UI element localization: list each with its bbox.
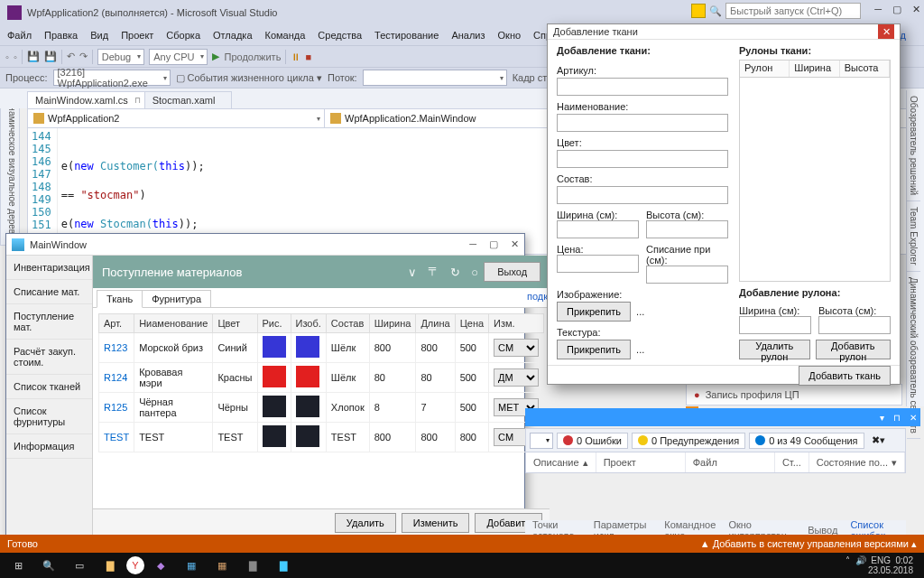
- pause-icon[interactable]: ⏸: [291, 51, 300, 62]
- app-close-icon[interactable]: ✕: [511, 238, 519, 250]
- start-icon[interactable]: ⊞: [4, 555, 32, 576]
- menu-analyze[interactable]: Анализ: [451, 30, 485, 41]
- input-price[interactable]: [557, 255, 639, 273]
- windows-taskbar[interactable]: ⊞ 🔍 ▭ ▇ Y ◆ ▦ ▦ ▇ ▇ ˄ 🔊 ENG 0:0223.05.20…: [0, 553, 924, 578]
- table-row[interactable]: R124Кровавая мэриКрасныШёлк8080500ДМ: [99, 363, 544, 393]
- input-color[interactable]: [557, 150, 728, 168]
- unit-select[interactable]: ДМ: [494, 368, 539, 387]
- delete-roll-button[interactable]: Удалить рулон: [739, 340, 810, 359]
- process-combo[interactable]: [3216] WpfApplication2.exe: [53, 70, 171, 86]
- input-roll-w[interactable]: [739, 316, 811, 334]
- materials-grid[interactable]: Арт. Ниаменование Цвет Рис. Изоб. Состав…: [93, 308, 550, 508]
- menu-window[interactable]: Окно: [498, 30, 522, 41]
- tray-clock[interactable]: ˄ 🔊 ENG 0:0223.05.2018: [845, 555, 920, 575]
- toolwindow-header[interactable]: ▾⊓✕: [525, 408, 920, 426]
- unit-select[interactable]: СМ: [494, 339, 539, 357]
- app-max-icon[interactable]: ▢: [489, 238, 498, 250]
- tb-app3-icon[interactable]: ▇: [238, 555, 267, 576]
- menu-edit[interactable]: Правка: [44, 30, 78, 41]
- tb-app2-icon[interactable]: ▦: [208, 555, 236, 576]
- nav-project[interactable]: WpfApplication2: [28, 109, 325, 127]
- exit-button[interactable]: Выход: [484, 262, 541, 282]
- col-pic[interactable]: Рис.: [257, 314, 291, 333]
- tab-mainwindow-cs[interactable]: MainWindow.xaml.cs⊓: [27, 91, 145, 108]
- col-l[interactable]: Длина: [416, 314, 455, 333]
- tb-app4-icon[interactable]: ▇: [269, 555, 298, 576]
- redo-icon[interactable]: ↷: [79, 51, 88, 62]
- add-roll-button[interactable]: Добавить рулон: [816, 340, 892, 359]
- dialog-titlebar[interactable]: Добавление ткани ✕: [548, 24, 900, 40]
- rollcol-roll[interactable]: Рулон: [740, 61, 790, 77]
- app-min-icon[interactable]: ─: [469, 238, 476, 250]
- table-row[interactable]: R125Чёрная пантераЧёрныХлопок87500МЕТ: [99, 393, 544, 423]
- side-fabrics[interactable]: Список тканей: [6, 375, 92, 399]
- rollcol-w[interactable]: Ширина: [790, 61, 839, 77]
- dock-solution[interactable]: Обозреватель решений: [907, 90, 920, 201]
- tb-browser-icon[interactable]: Y: [126, 556, 144, 574]
- table-row[interactable]: TESTTESTTESTTEST800800800СМ: [99, 423, 544, 452]
- filter-icon[interactable]: ✖▾: [872, 434, 885, 446]
- input-name[interactable]: [557, 114, 728, 132]
- side-inventory[interactable]: Инвентаризация: [6, 256, 92, 280]
- nav-fwd-icon[interactable]: ◦: [14, 51, 17, 62]
- undo-icon[interactable]: ↶: [67, 51, 75, 62]
- tb-search-icon[interactable]: 🔍: [34, 555, 63, 576]
- col-w[interactable]: Ширина: [369, 314, 416, 333]
- input-comp[interactable]: [557, 186, 728, 204]
- delete-button[interactable]: Удалить: [335, 513, 396, 533]
- input-art[interactable]: [557, 78, 728, 96]
- header-glyph-2-icon[interactable]: 〒: [428, 264, 439, 280]
- messages-pill[interactable]: 0 из 49 Сообщения: [749, 433, 864, 449]
- edit-button[interactable]: Изменить: [402, 513, 470, 533]
- menu-file[interactable]: Файл: [7, 30, 32, 41]
- side-incoming[interactable]: Поступление мат.: [6, 304, 92, 340]
- play-icon[interactable]: ▶: [212, 51, 219, 62]
- tab-furniture[interactable]: Фурнитура: [142, 290, 211, 307]
- col-price[interactable]: Цена: [455, 314, 488, 333]
- quicklaunch-input[interactable]: [725, 3, 861, 19]
- record-icon[interactable]: ●: [694, 389, 700, 400]
- side-calc[interactable]: Расчёт закуп. стоим.: [6, 340, 92, 375]
- notify-flag-icon[interactable]: [691, 4, 706, 18]
- add-fabric-button[interactable]: Добавить ткань: [799, 366, 891, 386]
- side-info[interactable]: Информация: [6, 434, 92, 459]
- tb-vs-icon[interactable]: ◆: [146, 555, 175, 576]
- errors-pill[interactable]: 0 Ошибки: [557, 433, 628, 449]
- menu-debug[interactable]: Отладка: [213, 30, 252, 41]
- side-writeoff[interactable]: Списание мат.: [6, 280, 92, 304]
- menu-tools[interactable]: Средства: [318, 30, 362, 41]
- side-furniture[interactable]: Список фурнитуры: [6, 399, 92, 434]
- thread-combo[interactable]: [363, 70, 507, 86]
- input-h[interactable]: [646, 220, 728, 238]
- col-color[interactable]: Цвет: [213, 314, 257, 333]
- tab-stocman-xaml[interactable]: Stocman.xaml: [144, 91, 233, 108]
- header-glyph-3-icon[interactable]: ↻: [450, 266, 460, 279]
- publish-icon[interactable]: ▲: [700, 538, 710, 549]
- config-combo[interactable]: Debug: [97, 49, 144, 65]
- rolls-list[interactable]: [739, 78, 891, 282]
- window-controls[interactable]: ─▢✕: [874, 4, 920, 15]
- col-unit[interactable]: Изм.: [489, 314, 544, 333]
- platform-combo[interactable]: Any CPU: [149, 49, 208, 65]
- menu-team[interactable]: Команда: [265, 30, 306, 41]
- col-comp[interactable]: Состав: [326, 314, 369, 333]
- tb-app1-icon[interactable]: ▦: [177, 555, 206, 576]
- app-titlebar[interactable]: MainWindow ─▢✕: [6, 234, 524, 256]
- input-write[interactable]: [646, 266, 728, 284]
- attach-texture-button[interactable]: Прикрепить: [557, 340, 631, 359]
- header-glyph-1-icon[interactable]: ∨: [408, 266, 417, 279]
- dock-team[interactable]: Team Explorer: [907, 201, 920, 271]
- col-art[interactable]: Арт.: [99, 314, 134, 333]
- header-glyph-4-icon[interactable]: ○: [471, 266, 478, 279]
- run-button[interactable]: Продолжить: [224, 51, 281, 62]
- input-roll-h[interactable]: [818, 316, 891, 334]
- scope-combo[interactable]: [530, 433, 553, 449]
- side-tool-tab[interactable]: Динамическое визуальное дерево: [0, 89, 20, 246]
- rollcol-h[interactable]: Высота: [840, 61, 890, 77]
- error-list-grid[interactable]: Описание ▴ Проект Файл Ст... Состояние п…: [525, 452, 906, 473]
- lifecycle-label[interactable]: ▢ События жизненного цикла ▾: [176, 72, 322, 84]
- input-w[interactable]: [557, 220, 639, 238]
- warnings-pill[interactable]: 0 Предупреждения: [632, 433, 745, 449]
- nav-back-icon[interactable]: ◦: [5, 51, 9, 62]
- attach-image-button[interactable]: Прикрепить: [557, 302, 631, 322]
